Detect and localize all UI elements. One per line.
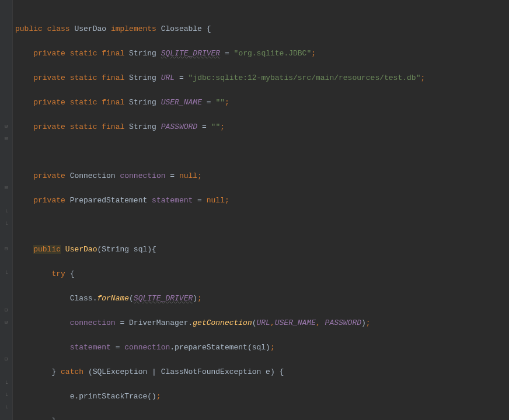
code-line: e.printStackTrace(); <box>15 390 509 402</box>
gutter-row <box>0 341 12 354</box>
gutter-row <box>0 280 12 292</box>
code-line <box>15 145 509 158</box>
gutter-row <box>0 96 12 108</box>
fold-end-icon[interactable]: └ <box>0 402 12 415</box>
fold-collapse-icon[interactable]: ⊟ <box>0 304 12 317</box>
gutter-row <box>0 292 12 304</box>
code-editor-content[interactable]: public class UserDao implements Closeabl… <box>13 0 509 420</box>
code-line: Class.forName(SQLITE_DRIVER); <box>15 292 509 304</box>
fold-collapse-icon[interactable]: ⊟ <box>0 354 12 366</box>
code-line: public class UserDao implements Closeabl… <box>15 23 509 35</box>
fold-collapse-icon[interactable]: ⊟ <box>0 133 12 145</box>
editor-gutter: ⊟ ⊟ ⊟ └ └ ⊟ └ ⊟ ⊟ ⊟ └ └ └ <box>0 0 13 420</box>
fold-collapse-icon[interactable]: ⊟ <box>0 317 12 329</box>
gutter-row <box>0 194 12 206</box>
gutter-row <box>0 35 12 47</box>
code-line: private static final String USER_NAME = … <box>15 96 509 108</box>
gutter-row <box>0 47 12 60</box>
gutter-row <box>0 72 12 84</box>
fold-collapse-icon[interactable]: ⊟ <box>0 121 12 133</box>
gutter-row <box>0 84 12 96</box>
gutter-row <box>0 158 12 170</box>
gutter-row <box>0 60 12 72</box>
code-line: } <box>15 415 509 420</box>
fold-collapse-icon[interactable]: ⊟ <box>0 243 12 256</box>
code-line: public UserDao(String sql){ <box>15 243 509 256</box>
fold-end-icon[interactable]: └ <box>0 219 12 231</box>
code-line: } catch (SQLException | ClassNotFoundExc… <box>15 366 509 378</box>
fold-end-icon[interactable]: └ <box>0 390 12 402</box>
gutter-row <box>0 256 12 268</box>
code-line: private Connection connection = null; <box>15 170 509 182</box>
code-line: private static final String PASSWORD = "… <box>15 121 509 133</box>
gutter-row <box>0 145 12 158</box>
gutter-row <box>0 23 12 35</box>
code-line: statement = connection.prepareStatement(… <box>15 341 509 354</box>
gutter-row <box>0 231 12 243</box>
code-line <box>15 219 509 231</box>
fold-collapse-icon[interactable]: ⊟ <box>0 182 12 194</box>
code-line: try { <box>15 268 509 280</box>
fold-end-icon[interactable]: └ <box>0 378 12 390</box>
gutter-row <box>0 10 12 23</box>
code-line: private static final String SQLITE_DRIVE… <box>15 47 509 60</box>
fold-end-icon[interactable]: └ <box>0 268 12 280</box>
fold-end-icon[interactable]: └ <box>0 206 12 219</box>
gutter-row <box>0 108 12 121</box>
gutter-row <box>0 366 12 378</box>
gutter-row <box>0 170 12 182</box>
code-line: private PreparedStatement statement = nu… <box>15 194 509 206</box>
gutter-row <box>0 329 12 341</box>
code-line: private static final String URL = "jdbc:… <box>15 72 509 84</box>
code-line: connection = DriverManager.getConnection… <box>15 317 509 329</box>
